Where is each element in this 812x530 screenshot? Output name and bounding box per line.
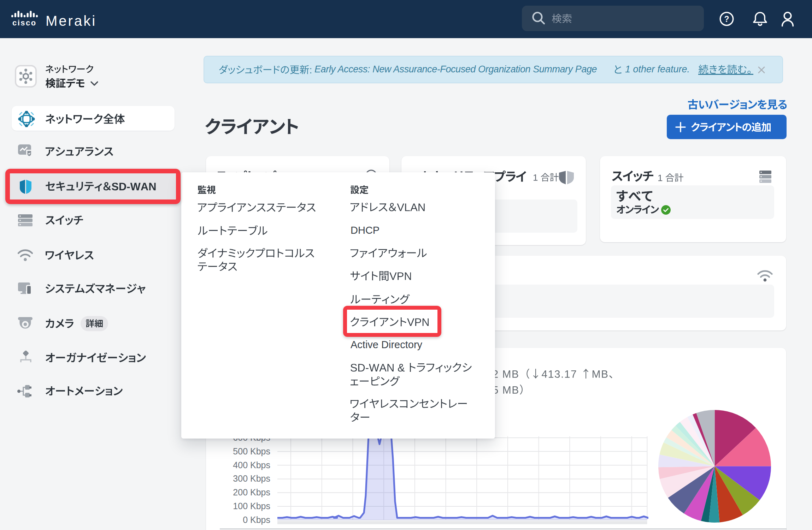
- svg-text:?: ?: [724, 14, 729, 24]
